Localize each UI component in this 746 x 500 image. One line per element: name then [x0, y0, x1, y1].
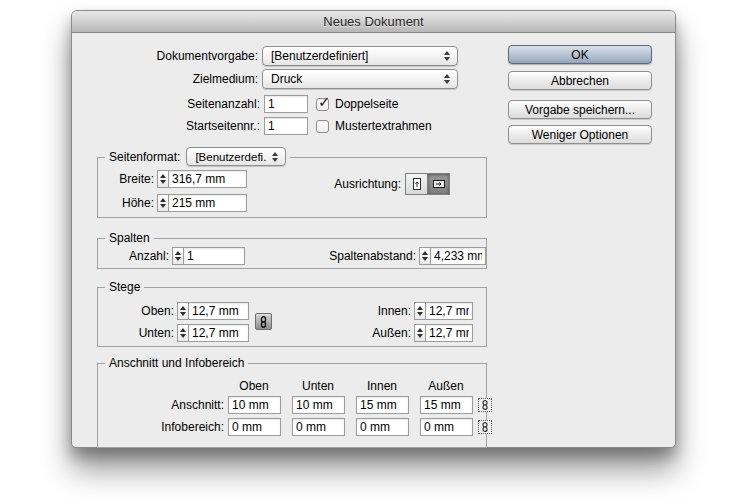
landscape-orientation-button[interactable]	[427, 173, 450, 195]
bleed-label: Anschnitt:	[98, 396, 224, 414]
width-input[interactable]	[168, 170, 247, 188]
col-header-inside: Innen	[355, 379, 409, 393]
width-label: Breite:	[98, 170, 154, 188]
stepper-down-icon	[180, 312, 186, 316]
slug-top-input[interactable]	[228, 418, 281, 436]
landscape-page-icon	[432, 177, 446, 191]
slug-outside-input[interactable]	[420, 418, 473, 436]
columns-group: Spalten Anzahl: Spaltenabstand:	[97, 238, 487, 269]
columns-title: Spalten	[105, 231, 154, 246]
start-page-label: Startseitennr.:	[82, 117, 260, 135]
page-format-group: Seitenformat: [Benutzerdefi... Breite: H…	[97, 157, 487, 218]
orientation-label: Ausrichtung:	[298, 175, 401, 193]
bleed-top-input[interactable]	[228, 396, 281, 414]
stepper-up-icon	[417, 306, 423, 310]
intent-popup[interactable]: Druck	[262, 69, 458, 89]
pages-input[interactable]	[264, 95, 308, 113]
chain-link-icon	[259, 316, 268, 328]
margin-top-input[interactable]	[188, 302, 249, 320]
page-size-popup[interactable]: [Benutzerdefi...	[186, 147, 286, 166]
gutter-input[interactable]	[430, 247, 486, 265]
bleed-slug-title: Anschnitt und Infobereich	[105, 356, 248, 371]
popup-arrows-icon	[444, 74, 450, 84]
col-header-outside: Außen	[419, 379, 473, 393]
intent-value: Druck	[271, 72, 437, 86]
column-number-label: Anzahl:	[98, 247, 169, 265]
master-text-frame-label: Mustertextrahmen	[335, 119, 432, 133]
stepper-down-icon	[175, 257, 181, 261]
stepper-down-icon	[417, 312, 423, 316]
chain-link-icon	[481, 400, 489, 410]
stepper-down-icon	[417, 334, 423, 338]
fewer-options-button[interactable]: Weniger Optionen	[508, 125, 652, 144]
facing-pages-checkbox[interactable]: ✓ Doppelseite	[316, 96, 398, 112]
checkbox-unchecked-icon	[316, 120, 329, 133]
stepper-up-icon	[175, 251, 181, 255]
facing-pages-label: Doppelseite	[335, 97, 398, 111]
popup-arrows-icon	[444, 51, 450, 61]
page-format-title: Seitenformat:	[109, 150, 180, 164]
margin-bottom-label: Unten:	[98, 324, 174, 342]
slug-label: Infobereich:	[98, 418, 224, 436]
margin-inside-input[interactable]	[425, 302, 473, 320]
pages-label: Seitenanzahl:	[82, 95, 260, 113]
portrait-page-icon	[410, 177, 424, 191]
height-label: Höhe:	[98, 194, 154, 212]
ok-button[interactable]: OK	[508, 45, 652, 64]
stepper-up-icon	[180, 306, 186, 310]
stepper-down-icon	[160, 180, 166, 184]
stepper-down-icon	[160, 204, 166, 208]
titlebar[interactable]: Neues Dokument	[72, 11, 675, 33]
bleed-slug-group: Anschnitt und Infobereich Oben Unten Inn…	[97, 363, 487, 448]
margin-bottom-input[interactable]	[188, 324, 249, 342]
margin-inside-label: Innen:	[318, 302, 411, 320]
stepper-up-icon	[160, 198, 166, 202]
margins-title: Stege	[105, 280, 144, 295]
slug-inside-input[interactable]	[356, 418, 409, 436]
start-page-input[interactable]	[264, 117, 308, 135]
dialog-title: Neues Dokument	[323, 14, 423, 29]
stepper-down-icon	[180, 334, 186, 338]
bleed-bottom-input[interactable]	[292, 396, 345, 414]
bleed-inside-input[interactable]	[356, 396, 409, 414]
stepper-up-icon	[180, 328, 186, 332]
portrait-orientation-button[interactable]	[405, 173, 428, 195]
gutter-label: Spaltenabstand:	[248, 247, 416, 265]
intent-label: Zielmedium:	[82, 70, 258, 88]
link-slug-button[interactable]	[478, 420, 492, 434]
col-header-top: Oben	[227, 379, 281, 393]
save-preset-button[interactable]: Vorgabe speichern...	[508, 100, 652, 119]
preset-label: Dokumentvorgabe:	[82, 47, 258, 65]
stepper-up-icon	[422, 251, 428, 255]
chain-link-icon	[481, 422, 489, 432]
page-size-value: [Benutzerdefi...	[195, 151, 267, 163]
stepper-down-icon	[422, 257, 428, 261]
popup-arrows-icon	[272, 152, 278, 162]
master-text-frame-checkbox[interactable]: Mustertextrahmen	[316, 118, 432, 134]
checkbox-checked-icon: ✓	[316, 98, 329, 111]
new-document-dialog: Neues Dokument Dokumentvorgabe: [Benutze…	[71, 10, 676, 448]
dialog-content: Dokumentvorgabe: [Benutzerdefiniert] Zie…	[72, 33, 675, 447]
column-number-input[interactable]	[183, 247, 245, 265]
link-margins-button[interactable]	[255, 313, 272, 330]
cancel-button[interactable]: Abbrechen	[508, 71, 652, 90]
margin-outside-label: Außen:	[318, 324, 411, 342]
margin-outside-input[interactable]	[425, 324, 473, 342]
link-bleed-button[interactable]	[478, 398, 492, 412]
height-input[interactable]	[168, 194, 247, 212]
margins-group: Stege Oben: Unten: Innen: Außen:	[97, 287, 487, 347]
document-preset-popup[interactable]: [Benutzerdefiniert]	[262, 46, 458, 66]
col-header-bottom: Unten	[291, 379, 345, 393]
bleed-outside-input[interactable]	[420, 396, 473, 414]
preset-value: [Benutzerdefiniert]	[271, 49, 437, 63]
slug-bottom-input[interactable]	[292, 418, 345, 436]
stepper-up-icon	[417, 328, 423, 332]
margin-top-label: Oben:	[98, 302, 174, 320]
stepper-up-icon	[160, 174, 166, 178]
